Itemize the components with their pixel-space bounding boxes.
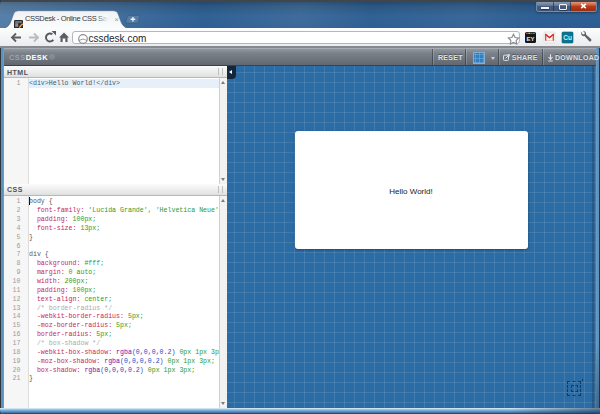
svg-text:Cu: Cu	[563, 34, 572, 41]
svg-text:EY: EY	[527, 36, 535, 42]
